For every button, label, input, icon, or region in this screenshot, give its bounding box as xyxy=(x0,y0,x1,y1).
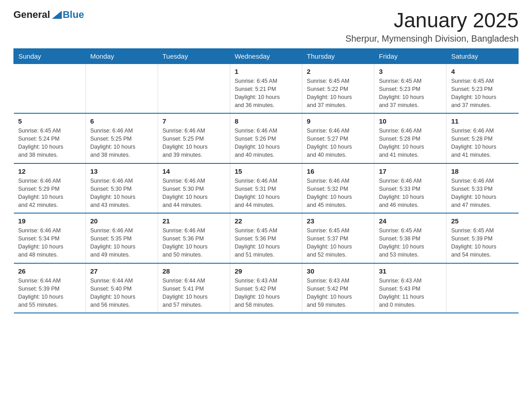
day-number: 9 xyxy=(307,117,369,125)
day-number: 11 xyxy=(451,117,514,125)
day-number: 21 xyxy=(163,217,225,225)
day-number: 30 xyxy=(307,267,369,275)
day-info: Sunrise: 6:46 AM Sunset: 5:25 PM Dayligh… xyxy=(163,127,225,159)
day-info: Sunrise: 6:45 AM Sunset: 5:22 PM Dayligh… xyxy=(307,77,369,110)
day-info: Sunrise: 6:46 AM Sunset: 5:28 PM Dayligh… xyxy=(379,127,442,159)
col-header-tuesday: Tuesday xyxy=(158,48,230,64)
calendar-cell: 13Sunrise: 6:46 AM Sunset: 5:30 PM Dayli… xyxy=(86,163,158,214)
logo-triangle-icon xyxy=(52,11,62,19)
calendar-week-row: 26Sunrise: 6:44 AM Sunset: 5:39 PM Dayli… xyxy=(14,263,519,313)
day-info: Sunrise: 6:45 AM Sunset: 5:23 PM Dayligh… xyxy=(379,77,442,110)
calendar-cell: 26Sunrise: 6:44 AM Sunset: 5:39 PM Dayli… xyxy=(14,263,86,313)
calendar-cell: 16Sunrise: 6:46 AM Sunset: 5:32 PM Dayli… xyxy=(302,163,374,214)
day-info: Sunrise: 6:45 AM Sunset: 5:38 PM Dayligh… xyxy=(379,227,442,259)
calendar-cell xyxy=(446,263,519,313)
day-number: 23 xyxy=(307,217,369,225)
calendar-cell: 17Sunrise: 6:46 AM Sunset: 5:33 PM Dayli… xyxy=(374,163,446,214)
calendar-cell: 6Sunrise: 6:46 AM Sunset: 5:25 PM Daylig… xyxy=(86,113,158,163)
calendar-cell: 25Sunrise: 6:45 AM Sunset: 5:39 PM Dayli… xyxy=(446,213,519,263)
day-number: 14 xyxy=(163,167,225,175)
col-header-thursday: Thursday xyxy=(302,48,374,64)
day-number: 18 xyxy=(451,167,514,175)
calendar-cell: 19Sunrise: 6:46 AM Sunset: 5:34 PM Dayli… xyxy=(14,213,86,263)
day-number: 31 xyxy=(379,267,442,275)
calendar-week-row: 19Sunrise: 6:46 AM Sunset: 5:34 PM Dayli… xyxy=(14,213,519,263)
calendar-cell: 3Sunrise: 6:45 AM Sunset: 5:23 PM Daylig… xyxy=(374,64,446,113)
day-info: Sunrise: 6:45 AM Sunset: 5:21 PM Dayligh… xyxy=(235,77,297,110)
calendar-header-row: SundayMondayTuesdayWednesdayThursdayFrid… xyxy=(14,48,519,64)
calendar-cell: 11Sunrise: 6:46 AM Sunset: 5:28 PM Dayli… xyxy=(446,113,519,163)
day-number: 10 xyxy=(379,117,442,125)
day-info: Sunrise: 6:44 AM Sunset: 5:41 PM Dayligh… xyxy=(163,277,225,309)
day-number: 8 xyxy=(235,117,297,125)
day-number: 7 xyxy=(163,117,225,125)
calendar-cell xyxy=(14,64,86,113)
calendar-cell: 30Sunrise: 6:43 AM Sunset: 5:42 PM Dayli… xyxy=(302,263,374,313)
calendar-cell: 12Sunrise: 6:46 AM Sunset: 5:29 PM Dayli… xyxy=(14,163,86,214)
day-info: Sunrise: 6:46 AM Sunset: 5:28 PM Dayligh… xyxy=(451,127,514,159)
day-number: 3 xyxy=(379,68,442,75)
day-number: 17 xyxy=(379,167,442,175)
day-number: 25 xyxy=(451,217,514,225)
logo: General Blue xyxy=(13,9,84,21)
calendar-cell: 9Sunrise: 6:46 AM Sunset: 5:27 PM Daylig… xyxy=(302,113,374,163)
col-header-sunday: Sunday xyxy=(14,48,86,64)
calendar-cell: 1Sunrise: 6:45 AM Sunset: 5:21 PM Daylig… xyxy=(230,64,302,113)
day-info: Sunrise: 6:46 AM Sunset: 5:25 PM Dayligh… xyxy=(90,127,153,159)
day-number: 6 xyxy=(90,117,153,125)
calendar-cell xyxy=(158,64,230,113)
logo-general-text: General xyxy=(13,9,50,21)
calendar-cell: 7Sunrise: 6:46 AM Sunset: 5:25 PM Daylig… xyxy=(158,113,230,163)
day-info: Sunrise: 6:46 AM Sunset: 5:32 PM Dayligh… xyxy=(307,177,369,210)
day-number: 12 xyxy=(18,167,81,175)
calendar-cell: 23Sunrise: 6:45 AM Sunset: 5:37 PM Dayli… xyxy=(302,213,374,263)
calendar-cell: 31Sunrise: 6:43 AM Sunset: 5:43 PM Dayli… xyxy=(374,263,446,313)
day-number: 27 xyxy=(90,267,153,275)
calendar-cell: 10Sunrise: 6:46 AM Sunset: 5:28 PM Dayli… xyxy=(374,113,446,163)
calendar-cell: 8Sunrise: 6:46 AM Sunset: 5:26 PM Daylig… xyxy=(230,113,302,163)
day-info: Sunrise: 6:45 AM Sunset: 5:39 PM Dayligh… xyxy=(451,227,514,259)
day-info: Sunrise: 6:46 AM Sunset: 5:36 PM Dayligh… xyxy=(163,227,225,259)
day-info: Sunrise: 6:46 AM Sunset: 5:30 PM Dayligh… xyxy=(90,177,153,210)
calendar-cell: 20Sunrise: 6:46 AM Sunset: 5:35 PM Dayli… xyxy=(86,213,158,263)
calendar-cell: 14Sunrise: 6:46 AM Sunset: 5:30 PM Dayli… xyxy=(158,163,230,214)
day-info: Sunrise: 6:44 AM Sunset: 5:40 PM Dayligh… xyxy=(90,277,153,309)
calendar-table: SundayMondayTuesdayWednesdayThursdayFrid… xyxy=(13,48,519,314)
calendar-cell: 15Sunrise: 6:46 AM Sunset: 5:31 PM Dayli… xyxy=(230,163,302,214)
calendar-cell: 28Sunrise: 6:44 AM Sunset: 5:41 PM Dayli… xyxy=(158,263,230,313)
col-header-monday: Monday xyxy=(86,48,158,64)
col-header-friday: Friday xyxy=(374,48,446,64)
header: General Blue January 2025 Sherpur, Mymen… xyxy=(13,9,519,44)
day-info: Sunrise: 6:46 AM Sunset: 5:33 PM Dayligh… xyxy=(379,177,442,210)
day-number: 16 xyxy=(307,167,369,175)
day-number: 15 xyxy=(235,167,297,175)
calendar-cell: 27Sunrise: 6:44 AM Sunset: 5:40 PM Dayli… xyxy=(86,263,158,313)
day-number: 26 xyxy=(18,267,81,275)
logo-blue-text: Blue xyxy=(63,9,84,21)
col-header-wednesday: Wednesday xyxy=(230,48,302,64)
day-info: Sunrise: 6:46 AM Sunset: 5:30 PM Dayligh… xyxy=(163,177,225,210)
day-number: 28 xyxy=(163,267,225,275)
day-info: Sunrise: 6:46 AM Sunset: 5:29 PM Dayligh… xyxy=(18,177,81,210)
day-info: Sunrise: 6:46 AM Sunset: 5:35 PM Dayligh… xyxy=(90,227,153,259)
calendar-cell: 21Sunrise: 6:46 AM Sunset: 5:36 PM Dayli… xyxy=(158,213,230,263)
calendar-cell: 24Sunrise: 6:45 AM Sunset: 5:38 PM Dayli… xyxy=(374,213,446,263)
calendar-cell: 18Sunrise: 6:46 AM Sunset: 5:33 PM Dayli… xyxy=(446,163,519,214)
day-info: Sunrise: 6:43 AM Sunset: 5:42 PM Dayligh… xyxy=(307,277,369,309)
day-number: 2 xyxy=(307,68,369,75)
calendar-week-row: 12Sunrise: 6:46 AM Sunset: 5:29 PM Dayli… xyxy=(14,163,519,214)
col-header-saturday: Saturday xyxy=(446,48,519,64)
day-info: Sunrise: 6:46 AM Sunset: 5:26 PM Dayligh… xyxy=(235,127,297,159)
day-number: 13 xyxy=(90,167,153,175)
calendar-cell: 29Sunrise: 6:43 AM Sunset: 5:42 PM Dayli… xyxy=(230,263,302,313)
calendar-cell xyxy=(86,64,158,113)
day-number: 5 xyxy=(18,117,81,125)
svg-marker-0 xyxy=(52,11,62,19)
day-info: Sunrise: 6:46 AM Sunset: 5:31 PM Dayligh… xyxy=(235,177,297,210)
day-number: 4 xyxy=(451,68,514,75)
day-info: Sunrise: 6:46 AM Sunset: 5:34 PM Dayligh… xyxy=(18,227,81,259)
day-number: 29 xyxy=(235,267,297,275)
day-info: Sunrise: 6:46 AM Sunset: 5:27 PM Dayligh… xyxy=(307,127,369,159)
day-info: Sunrise: 6:44 AM Sunset: 5:39 PM Dayligh… xyxy=(18,277,81,309)
calendar-week-row: 5Sunrise: 6:45 AM Sunset: 5:24 PM Daylig… xyxy=(14,113,519,163)
